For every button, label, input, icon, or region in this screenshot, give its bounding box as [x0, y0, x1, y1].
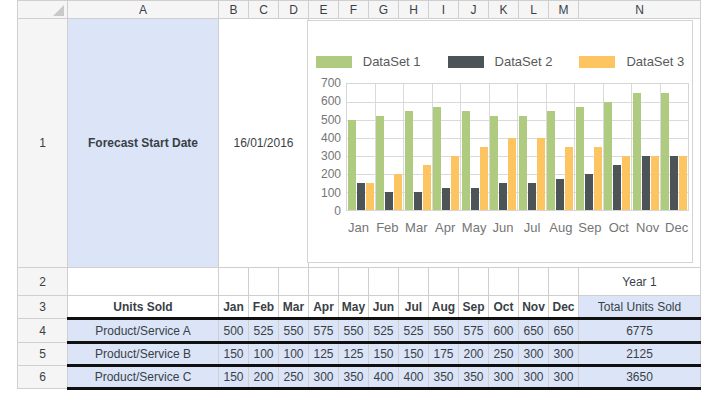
cell-value-jun[interactable]: 400	[369, 366, 399, 389]
cell-value-aug[interactable]: 175	[429, 343, 459, 366]
column-header-j[interactable]: J	[459, 1, 489, 19]
cell-value-mar[interactable]: 100	[279, 343, 309, 366]
cell-empty[interactable]	[489, 268, 519, 296]
cell-value-aug[interactable]: 350	[429, 366, 459, 389]
cell-empty[interactable]	[429, 268, 459, 296]
column-header-l[interactable]: L	[519, 1, 549, 19]
cell-value-sep[interactable]: 575	[459, 319, 489, 343]
cell-month-header-nov[interactable]: Nov	[519, 296, 549, 319]
cell-value-sep[interactable]: 200	[459, 343, 489, 366]
cell-value-may[interactable]: 550	[339, 319, 369, 343]
cell-product-label[interactable]: Product/Service A	[68, 319, 219, 343]
column-header-f[interactable]: F	[339, 1, 369, 19]
cell-value-jul[interactable]: 525	[399, 319, 429, 343]
row-header-5[interactable]: 5	[18, 343, 68, 366]
cell-empty[interactable]	[549, 268, 579, 296]
column-header-n[interactable]: N	[579, 1, 701, 19]
cell-value-feb[interactable]: 200	[249, 366, 279, 389]
cell-empty[interactable]	[68, 268, 219, 296]
bar-dataset-2	[442, 188, 450, 211]
cell-month-header-may[interactable]: May	[339, 296, 369, 319]
cell-value-sep[interactable]: 350	[459, 366, 489, 389]
bar-dataset-3	[394, 174, 402, 210]
column-header-c[interactable]: C	[249, 1, 279, 19]
column-header-i[interactable]: I	[429, 1, 459, 19]
cell-empty[interactable]	[279, 268, 309, 296]
cell-month-header-feb[interactable]: Feb	[249, 296, 279, 319]
cell-empty[interactable]	[459, 268, 489, 296]
cell-value-dec[interactable]: 650	[549, 319, 579, 343]
select-all-corner[interactable]	[18, 1, 68, 19]
column-header-e[interactable]: E	[309, 1, 339, 19]
cell-value-aug[interactable]: 550	[429, 319, 459, 343]
cell-total-value[interactable]: 6775	[579, 319, 701, 343]
cell-month-header-aug[interactable]: Aug	[429, 296, 459, 319]
cell-value-jan[interactable]: 150	[219, 343, 249, 366]
cell-value-jul[interactable]: 400	[399, 366, 429, 389]
cell-empty[interactable]	[369, 268, 399, 296]
cell-product-label[interactable]: Product/Service C	[68, 366, 219, 389]
legend-label: DataSet 2	[495, 54, 553, 69]
cell-month-header-dec[interactable]: Dec	[549, 296, 579, 319]
cell-value-may[interactable]: 125	[339, 343, 369, 366]
cell-value-nov[interactable]: 300	[519, 366, 549, 389]
column-header-g[interactable]: G	[369, 1, 399, 19]
cell-value-mar[interactable]: 250	[279, 366, 309, 389]
row-header-3[interactable]: 3	[18, 296, 68, 319]
cell-month-header-mar[interactable]: Mar	[279, 296, 309, 319]
cell-value-dec[interactable]: 300	[549, 343, 579, 366]
cell-value-jul[interactable]: 150	[399, 343, 429, 366]
cell-value-nov[interactable]: 650	[519, 319, 549, 343]
column-header-b[interactable]: B	[219, 1, 249, 19]
cell-total-value[interactable]: 2125	[579, 343, 701, 366]
cell-value-jun[interactable]: 525	[369, 319, 399, 343]
column-header-h[interactable]: H	[399, 1, 429, 19]
row-header-2[interactable]: 2	[18, 268, 68, 296]
cell-value-oct[interactable]: 300	[489, 366, 519, 389]
cell-units-sold-header[interactable]: Units Sold	[68, 296, 219, 319]
cell-value-apr[interactable]: 300	[309, 366, 339, 389]
bar-dataset-3	[679, 156, 687, 210]
cell-value-jan[interactable]: 500	[219, 319, 249, 343]
cell-value-jan[interactable]: 150	[219, 366, 249, 389]
cell-month-header-jul[interactable]: Jul	[399, 296, 429, 319]
row-header-4[interactable]: 4	[18, 319, 68, 343]
cell-month-header-sep[interactable]: Sep	[459, 296, 489, 319]
cell-value-feb[interactable]: 100	[249, 343, 279, 366]
cell-value-apr[interactable]: 125	[309, 343, 339, 366]
cell-value-may[interactable]: 350	[339, 366, 369, 389]
row-header-6[interactable]: 6	[18, 366, 68, 389]
cell-month-header-jan[interactable]: Jan	[219, 296, 249, 319]
column-header-d[interactable]: D	[279, 1, 309, 19]
cell-total-units-sold-header[interactable]: Total Units Sold	[579, 296, 701, 319]
cell-total-value[interactable]: 3650	[579, 366, 701, 389]
cell-empty[interactable]	[399, 268, 429, 296]
cell-empty[interactable]	[249, 268, 279, 296]
cell-month-header-oct[interactable]: Oct	[489, 296, 519, 319]
cell-value-apr[interactable]: 575	[309, 319, 339, 343]
cell-empty[interactable]	[519, 268, 549, 296]
cell-empty[interactable]	[309, 268, 339, 296]
cell-forecast-start-date-label[interactable]: Forecast Start Date	[68, 19, 219, 268]
cell-month-header-apr[interactable]: Apr	[309, 296, 339, 319]
cell-value-oct[interactable]: 250	[489, 343, 519, 366]
cell-year-1[interactable]: Year 1	[579, 268, 701, 296]
bar-dataset-1	[661, 93, 669, 210]
cell-value-jun[interactable]: 150	[369, 343, 399, 366]
column-header-k[interactable]: K	[489, 1, 519, 19]
bar-dataset-2	[499, 183, 507, 210]
embedded-bar-chart[interactable]: DataSet 1DataSet 2DataSet 3 JanFebMarApr…	[307, 20, 693, 263]
cell-value-nov[interactable]: 300	[519, 343, 549, 366]
cell-product-label[interactable]: Product/Service B	[68, 343, 219, 366]
cell-empty[interactable]	[219, 268, 249, 296]
cell-value-oct[interactable]: 600	[489, 319, 519, 343]
cell-value-dec[interactable]: 300	[549, 366, 579, 389]
cell-forecast-start-date-value[interactable]: 16/01/2016	[219, 19, 309, 268]
column-header-m[interactable]: M	[549, 1, 579, 19]
column-header-a[interactable]: A	[68, 1, 219, 19]
cell-value-feb[interactable]: 525	[249, 319, 279, 343]
row-header-1[interactable]: 1	[18, 19, 68, 268]
cell-empty[interactable]	[339, 268, 369, 296]
cell-value-mar[interactable]: 550	[279, 319, 309, 343]
cell-month-header-jun[interactable]: Jun	[369, 296, 399, 319]
